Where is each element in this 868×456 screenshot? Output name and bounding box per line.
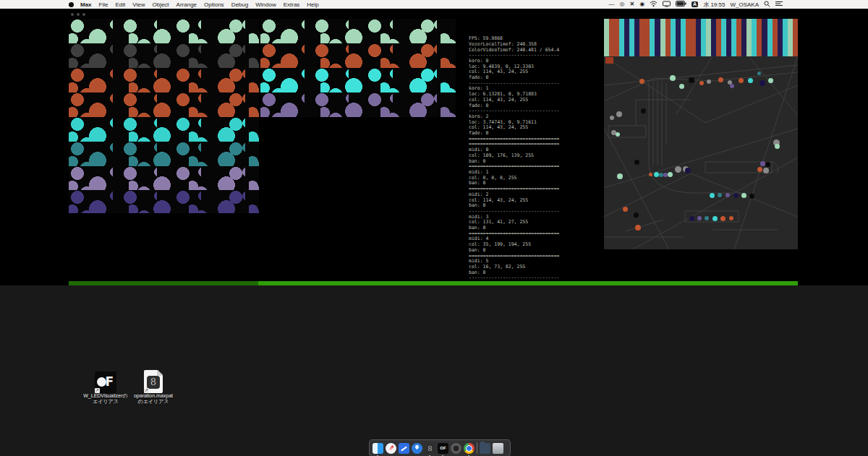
color-stripe: [691, 19, 696, 56]
debug-line: col: 131, 41, 27, 255: [469, 220, 592, 225]
stage-sphere: [675, 166, 681, 173]
debug-line: col: 114, 43, 24, 255: [469, 198, 592, 204]
apple-menu-icon[interactable]: [69, 2, 74, 7]
stage-sphere: [616, 132, 620, 137]
dock-divider: [477, 442, 477, 454]
stage-sphere: [617, 173, 623, 179]
do-not-disturb-icon[interactable]: —: [608, 0, 614, 9]
color-stripe: [721, 19, 726, 56]
menu-item[interactable]: View: [132, 1, 145, 8]
color-stripe: [660, 19, 665, 56]
wifi-icon[interactable]: [650, 1, 658, 9]
debug-line: col: 16, 73, 82, 255: [469, 264, 592, 270]
led-preview-right-column: [260, 19, 456, 117]
stage-sphere: [710, 193, 715, 198]
stage-sphere: [707, 79, 711, 84]
menu-app[interactable]: Max: [80, 1, 92, 8]
color-stripe: [757, 19, 762, 56]
color-stripe: [671, 19, 676, 56]
notification-center-icon[interactable]: [775, 1, 783, 8]
menu-item[interactable]: Debug: [231, 1, 249, 8]
dock-max-icon[interactable]: 8: [425, 443, 435, 454]
menu-item[interactable]: Window: [255, 1, 276, 8]
dock-utility-app-icon[interactable]: [451, 443, 461, 454]
led-band: [69, 142, 259, 166]
led-band: [260, 43, 456, 68]
dock-textedit-icon[interactable]: [399, 443, 409, 454]
color-stripe: [793, 19, 798, 56]
dock-maps-icon[interactable]: [412, 443, 422, 454]
pen-app-icon[interactable]: ◉: [639, 0, 644, 9]
debug-line: col: 109, 176, 139, 255: [469, 153, 592, 159]
color-stripe: [741, 19, 746, 56]
stage-sphere: [697, 216, 702, 220]
alias-badge-icon: ↗: [95, 388, 100, 393]
dock-finder-icon[interactable]: [373, 443, 383, 454]
stage-sphere: [749, 194, 754, 199]
color-stripe: [773, 19, 778, 56]
debug-line: col: 35, 199, 194, 255: [469, 242, 592, 248]
color-stripe: [731, 19, 736, 56]
stage-3d-view: [604, 19, 798, 258]
color-stripe: [639, 19, 644, 56]
led-strip-colorbar: [604, 19, 798, 56]
stage-sphere: [748, 78, 753, 83]
color-stripe: [604, 19, 609, 56]
stage-marker-square: [605, 57, 613, 64]
stage-sphere: [689, 216, 694, 221]
stage-sphere: [718, 193, 722, 197]
dock: 8 OF: [369, 439, 511, 456]
desktop-icon-label: oparation.maxpat のエイリアス: [121, 393, 186, 405]
input-source-badge[interactable]: A: [692, 1, 698, 7]
dock-trash-icon[interactable]: [493, 443, 503, 454]
stage-sphere: [729, 216, 733, 220]
menu-item[interactable]: Edit: [115, 1, 125, 8]
dock-downloads-folder-icon[interactable]: [480, 443, 490, 454]
color-stripe: [767, 19, 773, 56]
menu-item[interactable]: Object: [152, 1, 169, 8]
color-stripe: [665, 19, 671, 56]
led-band: [260, 19, 456, 43]
color-stripe: [644, 19, 650, 56]
dock-safari-icon[interactable]: [386, 443, 396, 454]
stage-sphere: [730, 84, 734, 88]
color-stripe: [716, 19, 721, 56]
menu-item[interactable]: Options: [204, 1, 224, 8]
color-stripe: [624, 19, 629, 56]
stage-sphere: [689, 77, 694, 83]
stage-sphere: [670, 75, 676, 81]
color-stripe: [701, 19, 706, 56]
stage-sphere: [760, 161, 765, 166]
menu-item[interactable]: Extras: [284, 1, 300, 8]
stage-sphere: [668, 172, 673, 177]
dock-chrome-icon[interactable]: [464, 443, 475, 454]
menu-item[interactable]: Help: [307, 1, 318, 8]
screen-record-icon[interactable]: ◎: [619, 0, 624, 9]
menu-clock[interactable]: 水 19:55: [703, 1, 725, 9]
stage-sphere: [634, 160, 639, 165]
stage-sphere: [720, 216, 726, 221]
maxpat-document-icon: 8 ↗: [144, 370, 163, 393]
window-traffic-lights-dim[interactable]: [71, 13, 85, 16]
alias-badge-icon: ↗: [144, 388, 149, 393]
menu-user-network[interactable]: W_OSAKA: [730, 1, 759, 8]
stage-sphere: [635, 225, 641, 231]
color-stripe: [676, 19, 681, 56]
spotlight-icon[interactable]: [764, 1, 770, 9]
color-stripe: [788, 19, 793, 56]
led-band: [260, 93, 456, 117]
dock-openframeworks-icon[interactable]: OF: [438, 443, 448, 454]
color-stripe: [711, 19, 716, 56]
led-preview-left-column: [69, 19, 259, 213]
visualizer-output-window: FPS: 59.9868VezerLocalTimef: 240.358Colo…: [0, 9, 868, 285]
color-stripe: [726, 19, 731, 56]
menu-item[interactable]: Arrange: [176, 1, 197, 8]
battery-icon[interactable]: [676, 1, 686, 8]
desktop-icon-maxpat[interactable]: 8 ↗ oparation.maxpat のエイリアス: [121, 370, 186, 405]
stage-sphere: [741, 193, 746, 198]
color-stripe: [762, 19, 767, 56]
menu-item[interactable]: File: [99, 1, 109, 8]
x-app-icon[interactable]: ✕: [629, 0, 634, 9]
led-band: [260, 68, 456, 93]
display-icon[interactable]: [663, 1, 671, 9]
